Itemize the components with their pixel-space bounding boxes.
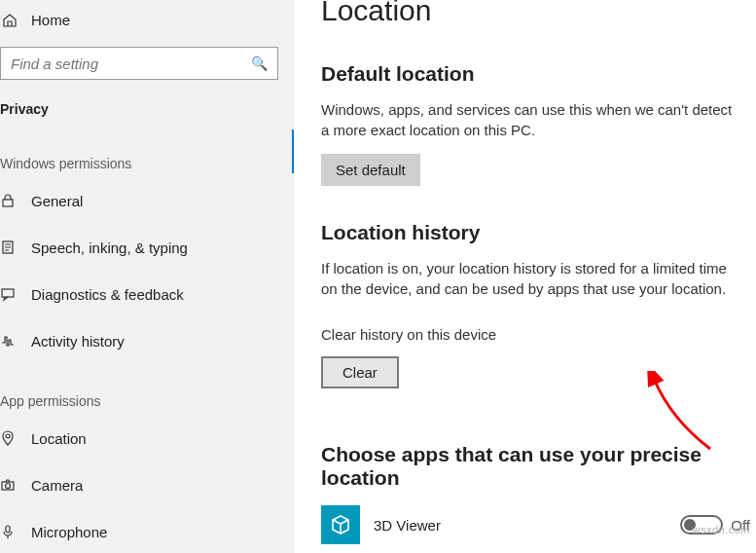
- sidebar-item-activity[interactable]: Activity history: [0, 317, 294, 364]
- location-history-heading: Location history: [321, 221, 756, 244]
- default-location-heading: Default location: [321, 62, 756, 86]
- sidebar-item-general[interactable]: General: [0, 177, 294, 224]
- sidebar-item-diagnostics[interactable]: Diagnostics & feedback: [0, 271, 294, 317]
- page-title: Location: [321, 0, 756, 27]
- search-icon: 🔍: [251, 55, 268, 71]
- sidebar-item-label: Location: [31, 430, 87, 447]
- sidebar-section-title: Privacy: [0, 80, 294, 127]
- nav-home-label: Home: [31, 12, 70, 28]
- search-input-wrap[interactable]: 🔍: [0, 47, 278, 80]
- choose-apps-heading: Choose apps that can use your precise lo…: [321, 443, 756, 490]
- sidebar-item-label: Diagnostics & feedback: [31, 286, 184, 303]
- clear-button[interactable]: Clear: [321, 356, 399, 388]
- svg-rect-2: [2, 289, 14, 297]
- sidebar-item-label: Speech, inking, & typing: [31, 240, 188, 256]
- svg-rect-0: [3, 200, 13, 206]
- svg-point-5: [6, 484, 11, 489]
- lock-icon: [0, 193, 18, 208]
- location-icon: [0, 430, 18, 446]
- sidebar: Home 🔍 Privacy Windows permissions Gener…: [0, 0, 294, 553]
- microphone-icon: [0, 524, 18, 539]
- nav-home[interactable]: Home: [0, 0, 294, 47]
- activity-icon: [0, 333, 18, 349]
- sidebar-group-title: Windows permissions: [0, 127, 294, 177]
- app-icon-3dviewer: [321, 505, 360, 544]
- svg-point-3: [6, 434, 10, 438]
- camera-icon: [0, 477, 18, 493]
- sidebar-item-microphone[interactable]: Microphone: [0, 508, 294, 553]
- clear-history-label: Clear history on this device: [321, 326, 756, 343]
- sidebar-item-label: Microphone: [31, 524, 107, 540]
- sidebar-item-camera[interactable]: Camera: [0, 461, 294, 508]
- svg-rect-6: [6, 526, 10, 533]
- clipboard-icon: [0, 240, 18, 255]
- content-pane: Location Default location Windows, apps,…: [294, 0, 756, 553]
- sidebar-group-title: App permissions: [0, 364, 294, 415]
- sidebar-item-label: Activity history: [31, 333, 125, 350]
- default-location-body: Windows, apps, and services can use this…: [321, 99, 739, 140]
- sidebar-item-label: General: [31, 193, 83, 209]
- home-icon: [2, 13, 18, 28]
- watermark: wsxdn.com: [692, 524, 750, 535]
- feedback-icon: [0, 286, 18, 302]
- app-row: 3D Viewer Off: [321, 505, 756, 544]
- sidebar-item-speech[interactable]: Speech, inking, & typing: [0, 224, 294, 271]
- location-history-body: If location is on, your location history…: [321, 258, 739, 299]
- search-input[interactable]: [11, 55, 251, 72]
- sidebar-item-label: Camera: [31, 477, 83, 494]
- sidebar-item-location[interactable]: Location: [0, 415, 294, 461]
- set-default-button[interactable]: Set default: [321, 154, 420, 186]
